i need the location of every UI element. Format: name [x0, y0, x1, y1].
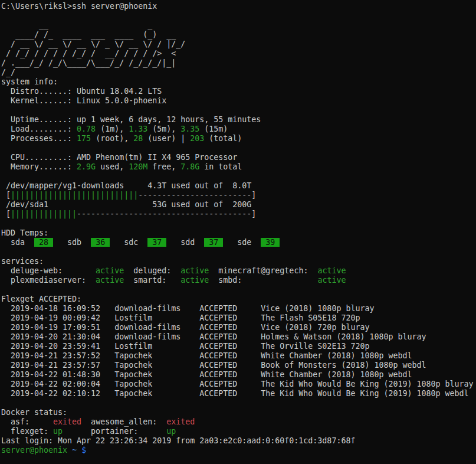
status-smbd: active: [317, 276, 346, 285]
text-segment: Processes...:: [1, 134, 77, 143]
text-segment: Load........:: [1, 125, 77, 133]
text-segment: 2019-04-20 21:30:04 download-films ACCEP…: [1, 332, 426, 341]
ascii-art-row: / .___/_/ /_/\____/\___/_/ /_/_/_/|_|: [1, 58, 476, 68]
memory-total: 7.8G: [180, 162, 199, 171]
disk-2-bar: [||||||||||||||-------------------------…: [1, 210, 476, 219]
docker-row: asf: exited awesome_allen: exited: [1, 417, 476, 427]
blank-line: [1, 398, 476, 408]
prompt-cwd: ~: [72, 446, 77, 455]
flexget-row: 2019-04-22 02:10:12 Tapochek ACCEPTED Th…: [1, 389, 476, 398]
load-15m: 3.35: [180, 125, 199, 133]
processes-user: 28: [133, 134, 143, 143]
text-segment: Uptime......: up 1 week, 6 days, 12 hour…: [1, 115, 261, 124]
blank-line: [1, 219, 476, 228]
text-segment: smbd:: [209, 276, 317, 285]
flexget-row: 2019-04-20 21:30:04 download-films ACCEP…: [1, 332, 476, 342]
text-segment: free,: [147, 162, 180, 171]
text-segment: [: [1, 191, 11, 200]
command-line: C:\Users\riksl>ssh server@phoenix: [1, 2, 476, 11]
text-segment: C:\Users\riksl>ssh server@phoenix: [1, 2, 157, 11]
text-segment: portainer:: [63, 427, 166, 436]
text-segment: 2019-04-20 23:59:41 Lostfilm ACCEPTED Th…: [1, 342, 369, 351]
blank-line: [1, 143, 476, 153]
text-segment: (1m),: [96, 125, 129, 133]
text-segment: Docker status:: [1, 408, 67, 417]
status-awesome-allen: exited: [166, 417, 195, 426]
status-flexget: up: [53, 427, 63, 436]
load-5m: 1.33: [129, 125, 147, 133]
text-segment: 2019-04-19 17:09:51 download-films ACCEP…: [1, 323, 369, 332]
text-segment: sdc: [110, 238, 147, 247]
ascii-art-row: __ _: [1, 21, 476, 30]
text-segment: 2019-04-19 00:09:42 Lostfilm ACCEPTED Th…: [1, 313, 360, 322]
ascii-art-row: / __ \/ __ \/ __ \/ _ \/ __ \/ / |/_/: [1, 40, 476, 49]
processes-total: 203: [190, 134, 204, 143]
disk-1-bar-fill: |||||||||||||||||||||||||||: [11, 191, 138, 200]
text-segment: ____/ /_ ____ ___ ____ (_) __: [1, 30, 176, 39]
text-segment: Last login: Mon Apr 22 23:26:34 2019 fro…: [1, 436, 355, 445]
blank-line: [1, 247, 476, 257]
text-segment: -------------------------------------]: [77, 210, 256, 218]
text-segment: awesome_allen:: [81, 417, 166, 426]
flexget-row: 2019-04-21 23:57:57 Tapochek ACCEPTED Bo…: [1, 361, 476, 370]
text-segment: asf:: [1, 417, 53, 426]
text-segment: [77, 446, 81, 455]
text-segment: [: [1, 210, 11, 218]
status-deluge-web: active: [96, 266, 124, 275]
text-segment: (root),: [91, 134, 133, 143]
terminal-window[interactable]: C:\Users\riksl>ssh server@phoenix __ _ _…: [0, 0, 476, 464]
text-segment: (total): [204, 134, 242, 143]
text-segment: flexget:: [1, 427, 53, 436]
blank-line: [1, 172, 476, 181]
memory-free: 120M: [129, 162, 147, 171]
text-segment: sdb: [53, 238, 91, 247]
text-segment: CPU.........: AMD Phenom(tm) II X4 965 P…: [1, 153, 237, 162]
text-segment: 2019-04-18 16:09:52 download-films ACCEP…: [1, 304, 374, 313]
text-segment: sde: [223, 238, 261, 247]
blank-line: [1, 285, 476, 295]
text-segment: in total: [199, 162, 242, 171]
ascii-art-row: ____/ /_ ____ ___ ____ (_) __: [1, 30, 476, 40]
text-segment: 2019-04-22 02:00:04 Tapochek ACCEPTED Th…: [1, 380, 474, 388]
ascii-art-row: / /_/ / / / / /_/ / __/ / / / /> <: [1, 49, 476, 58]
text-segment: HDD Temps:: [1, 228, 48, 237]
flexget-row: 2019-04-22 01:48:30 Tapochek ACCEPTED Wh…: [1, 370, 476, 380]
flexget-row: 2019-04-18 16:09:52 download-films ACCEP…: [1, 304, 476, 313]
text-segment: (user) |: [143, 134, 190, 143]
text-segment: /_/: [1, 68, 15, 77]
shell-prompt[interactable]: server@phoenix ~ $: [1, 446, 476, 455]
flexget-header: Flexget ACCEPTED:: [1, 295, 476, 304]
text-segment: / /_/ / / / / /_/ / __/ / / / /> <: [1, 49, 176, 58]
text-segment: 2019-04-21 23:57:57 Tapochek ACCEPTED Bo…: [1, 361, 426, 370]
temp-badge-sdd: 37: [204, 238, 223, 247]
text-segment: used,: [96, 162, 129, 171]
text-segment: (15m): [199, 125, 228, 133]
load-1m: 0.78: [77, 125, 96, 133]
status-minecraft: active: [317, 266, 346, 275]
text-segment: Distro......: Ubuntu 18.04.2 LTS: [1, 87, 162, 96]
load-line: Load........: 0.78 (1m), 1.33 (5m), 3.35…: [1, 125, 476, 134]
text-segment: deluge-web:: [1, 266, 96, 275]
text-segment: 2019-04-22 01:48:30 Tapochek ACCEPTED Wh…: [1, 370, 412, 379]
temp-badge-sdb: 36: [91, 238, 110, 247]
text-segment: smartd:: [124, 276, 180, 285]
hdd-temps-row: sda 28 sdb 36 sdc 37 sdd 37 sde 39: [1, 238, 476, 247]
text-segment: minecraft@gregtech:: [209, 266, 317, 275]
ascii-art-row: /_/: [1, 68, 476, 77]
docker-row: flexget: up portainer: up: [1, 427, 476, 436]
distro-line: Distro......: Ubuntu 18.04.2 LTS: [1, 87, 476, 96]
disk-2-label: /dev/sda1 53G used out of 200G: [1, 200, 476, 210]
disk-2-bar-fill: ||||||||||||||: [11, 210, 77, 218]
temp-badge-sda: 28: [34, 238, 53, 247]
status-smartd: active: [180, 276, 209, 285]
text-segment: Kernel......: Linux 5.0.0-phoenix: [1, 96, 166, 105]
text-segment: __ _: [1, 21, 152, 30]
status-deluged: active: [180, 266, 209, 275]
text-segment: / __ \/ __ \/ __ \/ _ \/ __ \/ / |/_/: [1, 40, 185, 48]
text-segment: 2019-04-21 23:57:52 Tapochek ACCEPTED Wh…: [1, 351, 412, 360]
flexget-row: 2019-04-19 17:09:51 download-films ACCEP…: [1, 323, 476, 332]
text-segment: sda: [1, 238, 34, 247]
text-segment: Memory......:: [1, 162, 77, 171]
services-header: services:: [1, 257, 476, 266]
text-segment: plexmediaserver:: [1, 276, 96, 285]
